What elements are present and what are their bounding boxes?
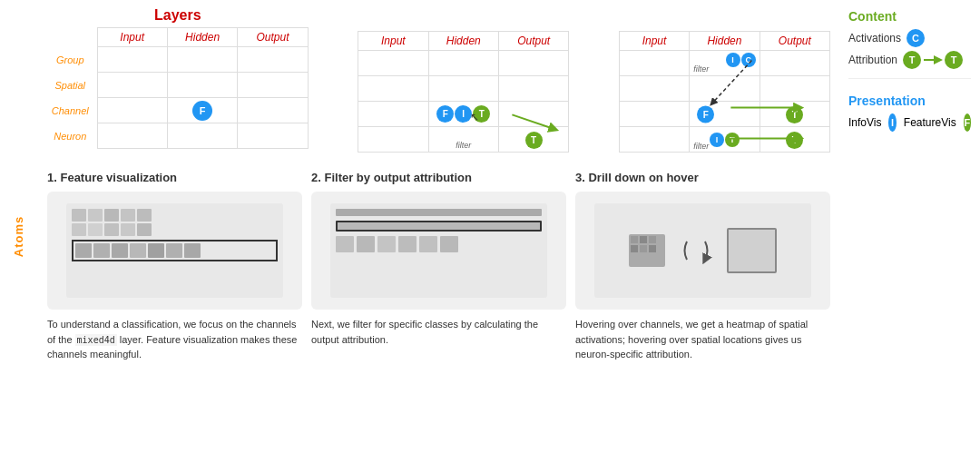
ss1-cell bbox=[121, 223, 135, 236]
screenshot-3 bbox=[575, 192, 830, 310]
filter-label-3b: filter bbox=[693, 142, 709, 151]
cell: T bbox=[760, 102, 829, 127]
code-mixed4d: mixed4d bbox=[75, 334, 117, 346]
table-row: filter T bbox=[309, 127, 569, 153]
table-row: I C filter bbox=[569, 51, 829, 76]
section-number-3: 3. bbox=[575, 171, 585, 184]
section-number-2: 2. bbox=[311, 171, 321, 184]
badge-i: I bbox=[726, 53, 740, 67]
ss1-content bbox=[66, 203, 283, 267]
cell-with-badges: F I T bbox=[428, 102, 498, 127]
ss1-cell bbox=[72, 223, 86, 236]
cell bbox=[428, 76, 498, 102]
table-2: Input Hidden Output bbox=[309, 7, 570, 153]
cell bbox=[167, 47, 237, 73]
col-hidden-1: Hidden bbox=[167, 28, 237, 47]
badge-f-3: F bbox=[697, 105, 714, 123]
ss1-hcell bbox=[166, 243, 182, 258]
activations-label: Activations bbox=[848, 32, 901, 44]
row-label bbox=[309, 51, 358, 76]
cell bbox=[498, 102, 568, 127]
badge-i-3: I bbox=[710, 133, 724, 147]
badge-c: C bbox=[741, 53, 756, 67]
cell bbox=[358, 76, 428, 102]
cell bbox=[238, 47, 308, 73]
ss1-hcell bbox=[112, 243, 128, 258]
ss3-cell bbox=[640, 236, 647, 243]
table-row: Group bbox=[47, 47, 308, 73]
badge-f-2: F bbox=[436, 105, 454, 123]
badge-f-1: F bbox=[192, 101, 212, 121]
table-row: Neuron bbox=[47, 123, 308, 149]
ss3-large-box bbox=[727, 228, 777, 273]
filter-label-2: filter bbox=[456, 141, 471, 150]
cell: filter bbox=[428, 127, 498, 153]
section-title-2: 2. Filter by output attribution bbox=[311, 171, 566, 184]
cell: T bbox=[760, 127, 829, 153]
ss3-cell bbox=[640, 245, 647, 252]
cell bbox=[238, 123, 308, 149]
ss3-cell bbox=[631, 236, 638, 243]
infovis-row: InfoVis I FeatureVis F bbox=[848, 113, 971, 132]
ss3-arrow-svg bbox=[678, 232, 714, 269]
row-label bbox=[569, 102, 619, 127]
cell bbox=[690, 76, 760, 102]
col-hidden-2: Hidden bbox=[428, 32, 498, 51]
cell: I T filter bbox=[690, 127, 760, 153]
ss2-cell bbox=[357, 236, 375, 252]
divider bbox=[848, 78, 971, 79]
cell bbox=[760, 76, 829, 102]
section-heading-1: Feature visualization bbox=[60, 171, 177, 184]
section-3: 3. Drill down on hover bbox=[575, 171, 830, 362]
ss3-row bbox=[631, 236, 663, 243]
filter-label-3a: filter bbox=[693, 64, 709, 74]
row-label-neuron: Neuron bbox=[47, 123, 97, 149]
bottom-row: 1. Feature visualization bbox=[38, 171, 839, 362]
right-panel: Content Activations C Attribution T T bbox=[839, 0, 980, 473]
section-heading-2: Filter by output attribution bbox=[324, 171, 471, 184]
ss2-cell bbox=[419, 236, 437, 252]
ss1-cell bbox=[72, 209, 86, 222]
screenshot-2 bbox=[311, 192, 566, 310]
cell bbox=[428, 51, 498, 76]
section-text-1: To understand a classification, we focus… bbox=[47, 317, 302, 362]
ss1-top-grid bbox=[72, 209, 278, 236]
badge-t-from: T bbox=[903, 51, 921, 69]
attribution-row: Attribution T T bbox=[848, 51, 971, 69]
cell bbox=[97, 123, 167, 149]
badge-t-3c: T bbox=[786, 132, 803, 149]
row-label bbox=[569, 76, 619, 102]
badges-ic: I C bbox=[726, 53, 756, 67]
ss1-hcell bbox=[184, 243, 201, 258]
infovis-label: InfoVis bbox=[848, 116, 881, 129]
ss3-cell bbox=[649, 236, 656, 243]
tables-row: Layers Input Hidden Output Group bbox=[38, 7, 839, 153]
cell bbox=[498, 76, 568, 102]
section-title-3: 3. Drill down on hover bbox=[575, 171, 830, 184]
ss1-highlight-strip bbox=[72, 240, 278, 261]
section-title-1: 1. Feature visualization bbox=[47, 171, 302, 184]
badge-t-3b: T bbox=[725, 133, 740, 147]
badge-c: C bbox=[906, 29, 925, 47]
attribution-arrow: T T bbox=[903, 51, 963, 69]
ss1-cell bbox=[104, 223, 119, 236]
cell bbox=[760, 51, 829, 76]
cell bbox=[619, 51, 689, 76]
cell-content: F I T bbox=[429, 105, 498, 123]
row-label-spatial: Spatial bbox=[47, 73, 97, 98]
row-label-group: Group bbox=[47, 47, 97, 73]
cell bbox=[358, 127, 428, 153]
ss1-hcell bbox=[148, 243, 164, 258]
col-output-2: Output bbox=[498, 32, 568, 51]
section-2: 2. Filter by output attribution bbox=[311, 171, 566, 362]
arrow-svg bbox=[923, 54, 943, 65]
ss3-cell bbox=[631, 245, 638, 252]
row-label bbox=[309, 76, 358, 102]
atoms-label-container: Atoms bbox=[0, 0, 38, 473]
ss1-cell bbox=[88, 223, 103, 236]
row-label-channel: Channel bbox=[47, 98, 97, 123]
activations-row: Activations C bbox=[848, 29, 971, 47]
col-hidden-3: Hidden bbox=[690, 32, 760, 51]
ss2-cell bbox=[440, 236, 458, 252]
table-row bbox=[309, 76, 569, 102]
